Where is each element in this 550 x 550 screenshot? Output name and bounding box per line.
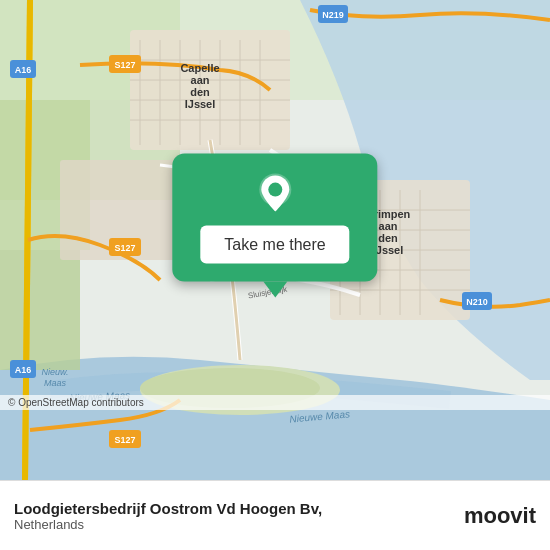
take-me-there-button[interactable]: Take me there: [200, 226, 349, 264]
svg-text:aan: aan: [191, 74, 210, 86]
svg-point-4: [140, 368, 320, 408]
business-country: Netherlands: [14, 517, 322, 532]
svg-text:Capelle: Capelle: [180, 62, 219, 74]
svg-text:A16: A16: [15, 365, 32, 375]
svg-text:den: den: [190, 86, 210, 98]
svg-text:N210: N210: [466, 297, 488, 307]
popup-card[interactable]: Take me there: [172, 154, 377, 282]
location-popup[interactable]: Take me there: [172, 154, 377, 298]
location-pin-icon: [253, 172, 297, 216]
moovit-logo: moovit: [464, 503, 536, 529]
svg-text:aan: aan: [379, 220, 398, 232]
map-container: S127 S127 S127 A16 A16 N219 N210 Capelle…: [0, 0, 550, 480]
svg-text:A16: A16: [15, 65, 32, 75]
svg-text:IJssel: IJssel: [185, 98, 216, 110]
svg-text:Nieuw.: Nieuw.: [41, 367, 68, 377]
svg-text:Maas: Maas: [44, 378, 67, 388]
moovit-brand-text: moovit: [464, 503, 536, 529]
svg-rect-6: [0, 250, 80, 370]
svg-text:den: den: [378, 232, 398, 244]
svg-rect-7: [130, 30, 290, 150]
footer: Loodgietersbedrijf Oostrom Vd Hoogen Bv,…: [0, 480, 550, 550]
svg-text:S127: S127: [114, 243, 135, 253]
svg-text:S127: S127: [114, 435, 135, 445]
svg-text:N219: N219: [322, 10, 344, 20]
business-name: Loodgietersbedrijf Oostrom Vd Hoogen Bv,: [14, 500, 322, 517]
footer-info: Loodgietersbedrijf Oostrom Vd Hoogen Bv,…: [14, 500, 322, 532]
svg-point-59: [268, 183, 282, 197]
svg-text:S127: S127: [114, 60, 135, 70]
